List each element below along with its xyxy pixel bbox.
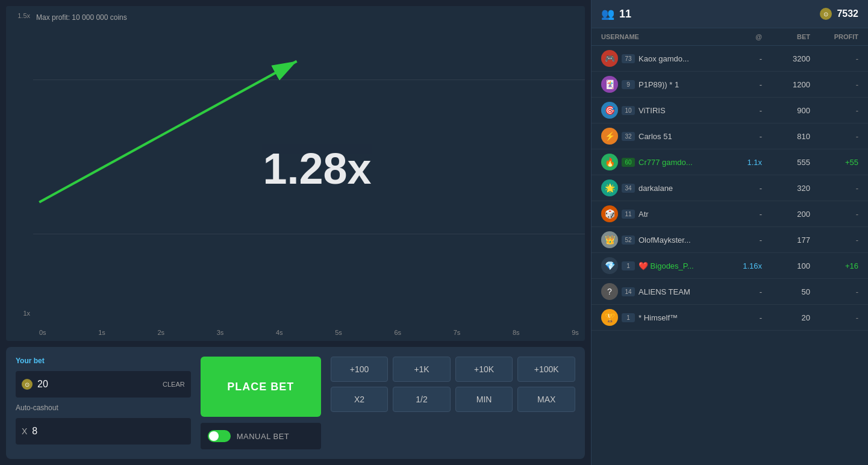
player-profit: - <box>810 313 858 322</box>
x-label-8: 8s <box>513 329 520 336</box>
y-label-top: 1.5x <box>17 12 30 19</box>
player-name: OlofMaykster... <box>639 236 691 245</box>
player-info: 🃏 9 P1P89)) * 1 <box>601 76 726 93</box>
x-label-9: 9s <box>572 329 579 336</box>
table-row: 🎯 10 ViTIRIS - 900 - <box>592 98 868 123</box>
player-info: ? 14 ALIENS TEAM <box>601 283 726 300</box>
y-label-bottom: 1x <box>23 310 30 317</box>
avatar: 🌟 <box>601 179 618 196</box>
auto-cashout-label: Auto-cashout <box>16 404 191 412</box>
player-at: - <box>726 184 762 193</box>
players-icon: 👥 <box>601 7 614 20</box>
player-profit: - <box>810 106 858 115</box>
btn-plus10k[interactable]: +10K <box>455 357 513 382</box>
sidebar: 👥 11 ⊙ 7532 USERNAME @ BET PROFIT 🎮 73 K… <box>591 0 868 465</box>
grid-line-2 <box>33 234 585 234</box>
player-at: - <box>726 210 762 219</box>
table-row: 🔥 60 Cr777 gamdo... 1.1x 555 +55 <box>592 149 868 175</box>
sidebar-header: 👥 11 ⊙ 7532 <box>592 0 868 28</box>
player-at: - <box>726 313 762 322</box>
x-label-4: 4s <box>276 329 283 336</box>
bet-input-row: ⊙ CLEAR <box>16 371 191 398</box>
total-coins: 7532 <box>837 8 858 19</box>
bet-input[interactable] <box>37 379 158 390</box>
player-info: 🎲 11 Atr <box>601 205 726 222</box>
player-at: - <box>726 54 762 63</box>
coin-total-icon: ⊙ <box>820 8 832 20</box>
col-at: @ <box>726 33 762 40</box>
player-info: 🔥 60 Cr777 gamdo... <box>601 154 726 170</box>
player-at: - <box>726 287 762 296</box>
player-level: 14 <box>622 287 635 296</box>
sidebar-header-right: ⊙ 7532 <box>820 8 858 20</box>
x-label-2: 2s <box>158 329 165 336</box>
btn-plus1k[interactable]: +1K <box>393 357 451 382</box>
table-row: 🌟 34 darkalane - 320 - <box>592 175 868 201</box>
avatar: 💎 <box>601 257 618 274</box>
place-bet-area: PLACE BET MANUAL BET <box>201 357 321 449</box>
table-row: 💎 1 ❤️ Bigodes_P... 1.16x 100 +16 <box>592 253 868 279</box>
player-info: 🌟 34 darkalane <box>601 179 726 196</box>
col-bet: BET <box>762 33 810 40</box>
player-info: 💎 1 ❤️ Bigodes_P... <box>601 257 726 274</box>
table-row: 🎮 73 Kaox gamdo... - 3200 - <box>592 46 868 72</box>
player-info: 👑 52 OlofMaykster... <box>601 231 726 248</box>
x-label-6: 6s <box>395 329 402 336</box>
player-name: ALIENS TEAM <box>639 287 690 296</box>
sidebar-header-left: 👥 11 <box>601 7 631 20</box>
player-at: - <box>726 132 762 141</box>
col-username: USERNAME <box>601 33 726 40</box>
btn-min[interactable]: MIN <box>455 387 513 412</box>
clear-button[interactable]: CLEAR <box>163 381 185 388</box>
bet-panel: Your bet ⊙ CLEAR Auto-cashout X PLACE BE… <box>6 347 585 459</box>
btn-max[interactable]: MAX <box>517 387 575 412</box>
player-at: 1.1x <box>726 158 762 167</box>
player-level: 34 <box>622 184 635 193</box>
btn-plus100[interactable]: +100 <box>331 357 389 382</box>
player-name: * Himself™ <box>639 313 678 322</box>
player-bet: 810 <box>762 132 810 141</box>
player-info: ⚡ 32 Carlos 51 <box>601 128 726 145</box>
manual-bet-label: MANUAL BET <box>237 432 290 441</box>
manual-bet-toggle[interactable] <box>208 430 231 442</box>
player-bet: 1200 <box>762 80 810 89</box>
player-name: Carlos 51 <box>639 132 672 141</box>
manual-bet-toggle-row[interactable]: MANUAL BET <box>201 423 321 449</box>
avatar: 🎲 <box>601 205 618 222</box>
player-level: 9 <box>622 80 635 89</box>
x-label-7: 7s <box>454 329 461 336</box>
player-bet: 50 <box>762 287 810 296</box>
bet-left: Your bet ⊙ CLEAR Auto-cashout X <box>16 357 191 445</box>
svg-line-1 <box>39 61 296 202</box>
player-level: 73 <box>622 54 635 63</box>
player-bet: 20 <box>762 313 810 322</box>
avatar: 🏆 <box>601 309 618 326</box>
player-name: ❤️ Bigodes_P... <box>639 261 694 270</box>
avatar: 🎮 <box>601 50 618 67</box>
player-profit: - <box>810 132 858 141</box>
player-name: darkalane <box>639 184 673 193</box>
avatar: ? <box>601 283 618 300</box>
player-bet: 900 <box>762 106 810 115</box>
table-header: USERNAME @ BET PROFIT <box>592 28 868 46</box>
table-row: 🎲 11 Atr - 200 - <box>592 201 868 227</box>
x-label-1: 1s <box>98 329 105 336</box>
player-level: 32 <box>622 132 635 141</box>
place-bet-button[interactable]: PLACE BET <box>201 357 321 417</box>
player-at: - <box>726 80 762 89</box>
cashout-input[interactable] <box>32 426 184 437</box>
player-bet: 3200 <box>762 54 810 63</box>
btn-x2[interactable]: X2 <box>331 387 389 412</box>
table-row: ? 14 ALIENS TEAM - 50 - <box>592 279 868 305</box>
player-profit: - <box>810 54 858 63</box>
player-level: 11 <box>622 210 635 219</box>
table-row: ⚡ 32 Carlos 51 - 810 - <box>592 123 868 149</box>
player-info: 🏆 1 * Himself™ <box>601 309 726 326</box>
player-name: Cr777 gamdo... <box>639 158 693 167</box>
btn-plus100k[interactable]: +100K <box>517 357 575 382</box>
btn-half[interactable]: 1/2 <box>393 387 451 412</box>
col-profit: PROFIT <box>810 33 858 40</box>
player-profit: - <box>810 184 858 193</box>
player-info: 🎯 10 ViTIRIS <box>601 102 726 119</box>
table-row: 🏆 1 * Himself™ - 20 - <box>592 305 868 331</box>
